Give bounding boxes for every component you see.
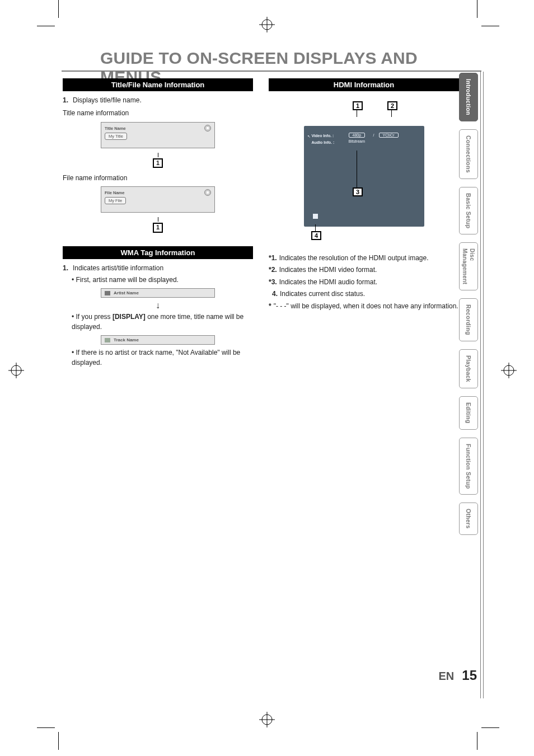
tab-others[interactable]: Others <box>459 503 478 535</box>
tab-playback[interactable]: Playback <box>459 349 478 388</box>
section-heading: Title/File Name Information <box>63 78 253 91</box>
osd-header: Title Name <box>105 126 211 131</box>
registration-mark-icon <box>259 712 275 727</box>
tab-label: Introduction <box>465 79 472 115</box>
osd-value: My File <box>105 197 126 204</box>
hdmi-osd-panel: ↖ Video Info. : Audio Info. : 480p / YCb… <box>304 126 424 227</box>
page-footer: EN 15 <box>439 668 477 683</box>
osd-value: My Title <box>105 133 127 140</box>
osd-value: YCbCr <box>379 133 399 138</box>
note-prefix: *1. <box>269 253 277 263</box>
tab-label: Recording <box>465 304 472 335</box>
osd-label: Video Info. : <box>312 134 334 138</box>
callout-number: 3 <box>353 187 363 196</box>
note-text: "- - -" will be displayed, when it does … <box>274 302 458 311</box>
section-heading: HDMI Information <box>269 78 459 91</box>
list-number: 1. <box>63 264 71 273</box>
tab-label: Management <box>462 248 468 284</box>
osd-label: Audio Info. : <box>312 140 335 144</box>
tab-label: Editing <box>465 402 472 424</box>
callout-number: 4 <box>311 231 321 240</box>
note-text: Indicates the HDMI video format. <box>279 265 377 275</box>
bullet-item: • If you press [DISPLAY] one more time, … <box>72 312 253 332</box>
note-prefix: *3. <box>269 278 277 287</box>
bullet-item: • First, artist name will be displayed. <box>72 275 253 285</box>
osd-title-panel: Title Name My Title <box>101 122 215 148</box>
osd-value: 480p <box>349 133 366 138</box>
osd-value: Bitstream <box>349 139 366 143</box>
osd-value: Artist Name <box>114 290 139 295</box>
callout: 1 <box>63 217 253 232</box>
tab-editing[interactable]: Editing <box>459 396 478 430</box>
osd-header: File Name <box>105 190 211 195</box>
page-number: 15 <box>462 668 477 683</box>
crop-mark-icon <box>58 0 59 18</box>
track-icon <box>105 338 110 342</box>
tab-label: Connections <box>465 135 472 173</box>
tab-label: Others <box>465 509 472 529</box>
right-column: HDMI Information 1 2 ↖ Video Info. : Aud… <box>269 78 459 313</box>
list-number: 1. <box>63 96 71 105</box>
tab-label: Playback <box>465 355 472 382</box>
manual-page: GUIDE TO ON-SCREEN DISPLAYS AND MENUS In… <box>0 0 534 756</box>
tab-function-setup[interactable]: Function Setup <box>459 438 478 495</box>
crop-mark-icon <box>481 26 499 26</box>
cursor-icon: ↖ <box>307 134 311 139</box>
crop-mark-icon <box>477 732 477 750</box>
osd-artist-panel: Artist Name <box>101 288 215 298</box>
sub-label: Title name information <box>63 109 253 118</box>
page-language: EN <box>439 670 455 683</box>
crop-mark-icon <box>37 26 55 26</box>
tab-disc-management[interactable]: Management Disc <box>459 242 478 290</box>
note-prefix: *2. <box>269 265 277 275</box>
registration-mark-icon <box>8 363 24 378</box>
disc-icon <box>204 125 211 132</box>
tab-basic-setup[interactable]: Basic Setup <box>459 187 478 234</box>
note-text: Indicates the HDMI audio format. <box>279 278 377 287</box>
tab-label: Basic Setup <box>465 193 472 228</box>
crop-mark-icon <box>37 727 55 728</box>
crop-mark-icon <box>481 727 499 728</box>
callout-number: 1 <box>153 158 163 168</box>
note-text: Indicates the resolution of the HDMI out… <box>279 253 429 263</box>
osd-track-panel: Track Name <box>101 335 215 345</box>
crop-mark-icon <box>58 732 59 750</box>
note-prefix: 4. <box>272 289 278 299</box>
tab-introduction[interactable]: Introduction <box>459 73 478 121</box>
list-text: Displays title/file name. <box>73 96 142 105</box>
note-prefix: * <box>269 302 271 311</box>
crop-mark-icon <box>477 0 477 18</box>
bullet-text: • If you press [DISPLAY] one more time, … <box>72 312 253 332</box>
list-item: 1. Indicates artist/title information <box>63 264 253 273</box>
left-column: Title/File Name Information 1. Displays … <box>63 78 253 369</box>
note-text: Indicates current disc status. <box>280 289 365 299</box>
bullet-item: • If there is no artist or track name, "… <box>72 348 253 368</box>
separator: / <box>373 133 374 137</box>
header-rule <box>62 71 481 72</box>
sub-label: File name information <box>63 173 253 183</box>
tab-recording[interactable]: Recording <box>459 298 478 341</box>
tab-connections[interactable]: Connections <box>459 129 478 179</box>
osd-value: Track Name <box>114 337 139 342</box>
stop-icon <box>313 214 318 219</box>
tab-label: Function Setup <box>465 444 472 489</box>
callout: 1 <box>63 153 253 168</box>
divider <box>483 72 484 698</box>
bullet-text: • First, artist name will be displayed. <box>72 275 179 285</box>
list-item: 1. Displays title/file name. <box>63 96 253 105</box>
notes: *1. Indicates the resolution of the HDMI… <box>269 253 459 311</box>
registration-mark-icon <box>259 17 275 32</box>
arrow-down-icon: ↓ <box>63 301 253 310</box>
callout-number: 1 <box>153 223 163 232</box>
divider <box>480 72 481 698</box>
artist-icon <box>105 291 110 295</box>
section-heading: WMA Tag Information <box>63 246 253 259</box>
bullet-text: • If there is no artist or track name, "… <box>72 348 253 368</box>
registration-mark-icon <box>501 363 517 378</box>
list-text: Indicates artist/title information <box>73 264 163 273</box>
tab-label: Disc <box>469 248 475 284</box>
side-tabs: Introduction Connections Basic Setup Man… <box>459 73 478 543</box>
osd-file-panel: File Name My File <box>101 186 215 213</box>
